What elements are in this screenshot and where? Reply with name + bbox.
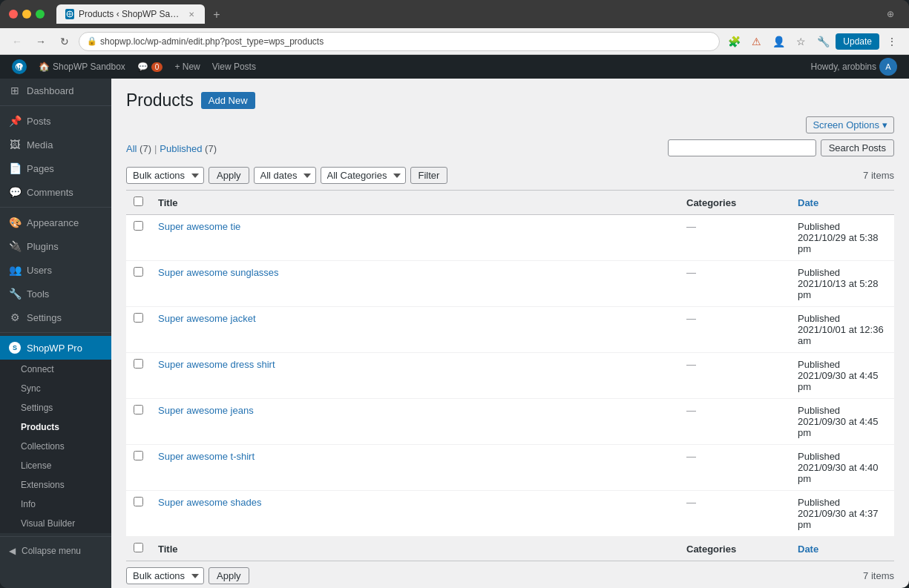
browser-titlebar: Products ‹ ShopWP Sandbox — ✕ + ⊕ <box>0 0 909 28</box>
forward-button[interactable]: → <box>31 32 50 51</box>
sidebar-item-connect[interactable]: Connect <box>0 360 111 379</box>
sidebar-item-posts[interactable]: 📌 Posts <box>0 109 111 133</box>
product-title-link-4[interactable]: Super awesome jeans <box>158 405 254 416</box>
settings-label: Settings <box>27 312 62 323</box>
address-bar[interactable]: 🔒 shopwp.loc/wp-admin/edit.php?post_type… <box>79 32 720 51</box>
users-label: Users <box>27 265 52 276</box>
table-row: Super awesome t-shirt — Published 2021/0… <box>126 445 894 491</box>
row-checkbox-0[interactable] <box>134 221 143 231</box>
select-all-checkbox[interactable] <box>134 196 143 206</box>
all-filter-link[interactable]: All (7) <box>126 143 151 154</box>
profile-icon[interactable]: 👤 <box>769 32 788 51</box>
tab-close-button[interactable]: ✕ <box>187 9 196 19</box>
row-checkbox-1[interactable] <box>134 267 143 277</box>
active-tab[interactable]: Products ‹ ShopWP Sandbox — ✕ <box>56 4 205 24</box>
product-title-link-6[interactable]: Super awesome shades <box>158 497 261 508</box>
search-input[interactable] <box>668 139 816 156</box>
sidebar-item-media[interactable]: 🖼 Media <box>0 133 111 156</box>
browser-fullscreen-icon[interactable]: ⊕ <box>881 4 900 24</box>
product-title-link-2[interactable]: Super awesome jacket <box>158 313 256 324</box>
extensions-icon[interactable]: 🧩 <box>724 32 744 51</box>
dashboard-label: Dashboard <box>27 85 74 96</box>
date-value-3: 2021/09/30 at 4:45 pm <box>798 370 878 392</box>
maximize-button[interactable] <box>36 10 45 19</box>
actions-bar: Bulk actions Apply All dates All Categor… <box>126 167 894 184</box>
search-posts-button[interactable]: Search Posts <box>821 139 894 156</box>
sidebar-item-settings[interactable]: ⚙ Settings <box>0 305 111 329</box>
wp-logo-item[interactable] <box>6 55 33 79</box>
sidebar-item-comments[interactable]: 💬 Comments <box>0 180 111 204</box>
row-checkbox-2[interactable] <box>134 313 143 323</box>
status-label-1: Published <box>798 267 840 278</box>
refresh-button[interactable]: ↻ <box>55 32 74 51</box>
categories-filter-select[interactable]: All Categories <box>321 167 406 184</box>
row-categories-cell-6: — <box>679 491 790 537</box>
date-value-0: 2021/10/29 at 5:38 pm <box>798 232 878 254</box>
published-filter-link[interactable]: Published (7) <box>160 143 217 154</box>
date-filter-select[interactable]: All dates <box>254 167 316 184</box>
row-checkbox-cell-6 <box>126 491 151 537</box>
page-title: Products <box>126 90 194 110</box>
bulk-actions-bottom-select[interactable]: Bulk actions <box>126 567 204 584</box>
select-all-footer-checkbox[interactable] <box>134 543 143 552</box>
bookmark-icon[interactable]: ☆ <box>791 32 810 51</box>
row-checkbox-6[interactable] <box>134 497 143 506</box>
row-categories-cell-4: — <box>679 399 790 445</box>
sidebar-item-tools[interactable]: 🔧 Tools <box>0 282 111 305</box>
sidebar-item-info[interactable]: Info <box>0 495 111 514</box>
collapse-menu-item[interactable]: ◀ Collapse menu <box>0 540 111 562</box>
close-button[interactable] <box>9 10 18 19</box>
product-title-link-0[interactable]: Super awesome tie <box>158 221 240 232</box>
top-controls: All (7) | Published (7) Search Posts <box>126 139 894 162</box>
row-checkbox-5[interactable] <box>134 451 143 460</box>
bulk-actions-select[interactable]: Bulk actions <box>126 167 204 184</box>
view-posts-item[interactable]: View Posts <box>206 55 262 79</box>
products-label: Products <box>21 422 59 432</box>
screen-options-button[interactable]: Screen Options ▾ <box>806 116 894 133</box>
sidebar-item-plugins[interactable]: 🔌 Plugins <box>0 234 111 258</box>
admin-bar: 🏠 ShopWP Sandbox 💬 0 + New View Posts Ho… <box>0 55 909 79</box>
sidebar-item-products[interactable]: Products <box>0 417 111 437</box>
row-checkbox-4[interactable] <box>134 405 143 414</box>
sidebar-item-license[interactable]: License <box>0 456 111 475</box>
puzzle-icon[interactable]: 🔧 <box>813 32 833 51</box>
comments-badge: 0 <box>151 62 163 72</box>
product-title-link-1[interactable]: Super awesome sunglasses <box>158 267 279 278</box>
apply-button[interactable]: Apply <box>209 167 249 184</box>
new-item[interactable]: + New <box>168 55 206 79</box>
collections-label: Collections <box>21 441 65 452</box>
new-tab-button[interactable]: + <box>208 6 226 24</box>
row-checkbox-cell-0 <box>126 215 151 261</box>
appearance-label: Appearance <box>27 217 79 228</box>
row-checkbox-3[interactable] <box>134 359 143 369</box>
site-name-item[interactable]: 🏠 ShopWP Sandbox <box>33 55 131 79</box>
add-new-button[interactable]: Add New <box>201 92 255 109</box>
sidebar-item-collections[interactable]: Collections <box>0 437 111 456</box>
sidebar-item-visual-builder[interactable]: Visual Builder <box>0 514 111 533</box>
sidebar-item-extensions[interactable]: Extensions <box>0 475 111 495</box>
minimize-button[interactable] <box>22 10 31 19</box>
menu-icon[interactable]: ⋮ <box>882 32 902 51</box>
date-footer-header[interactable]: Date <box>790 537 894 561</box>
sidebar-item-users[interactable]: 👥 Users <box>0 258 111 282</box>
view-posts-label: View Posts <box>212 62 256 72</box>
sidebar-item-settings-sub[interactable]: Settings <box>0 398 111 417</box>
comments-item[interactable]: 💬 0 <box>131 55 169 79</box>
apply-bottom-button[interactable]: Apply <box>209 567 249 584</box>
update-button[interactable]: Update <box>836 33 879 50</box>
bottom-items-count: 7 items <box>863 570 894 581</box>
sidebar-item-pages[interactable]: 📄 Pages <box>0 156 111 180</box>
filter-button[interactable]: Filter <box>410 167 448 184</box>
categories-column-header: Categories <box>679 191 790 215</box>
sidebar-item-dashboard[interactable]: ⊞ Dashboard <box>0 79 111 102</box>
row-date-cell-2: Published 2021/10/01 at 12:36 am <box>790 307 894 353</box>
product-title-link-5[interactable]: Super awesome t-shirt <box>158 451 255 462</box>
back-button[interactable]: ← <box>7 32 27 51</box>
product-title-link-3[interactable]: Super awesome dress shirt <box>158 359 275 370</box>
sidebar-item-shopwp-pro[interactable]: S ShopWP Pro <box>0 336 111 360</box>
sidebar-item-appearance[interactable]: 🎨 Appearance <box>0 211 111 234</box>
howdy-item[interactable]: Howdy, arobbins A <box>805 55 904 79</box>
warning-icon[interactable]: ⚠ <box>746 32 766 51</box>
sidebar-item-sync[interactable]: Sync <box>0 379 111 398</box>
date-column-header[interactable]: Date <box>790 191 894 215</box>
